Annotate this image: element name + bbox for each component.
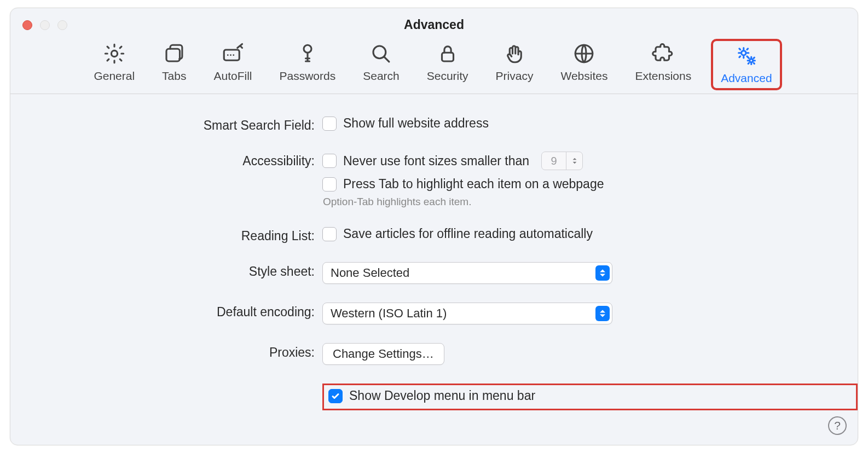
proxies-label: Proxies: [10,343,322,360]
tab-autofill[interactable]: AutoFill [206,39,259,90]
tab-label: AutoFill [213,69,252,83]
svg-point-4 [230,54,232,56]
zoom-window-button[interactable] [57,20,67,30]
svg-point-5 [233,54,235,56]
tab-label: Extensions [635,69,691,83]
tab-privacy[interactable]: Privacy [488,39,541,90]
svg-rect-2 [224,50,240,60]
develop-menu-highlight: Show Develop menu in menu bar [322,384,858,410]
close-window-button[interactable] [22,20,32,30]
window-title: Advanced [10,8,858,32]
svg-point-10 [741,51,745,55]
hand-icon [503,42,526,67]
puzzle-icon [652,42,675,67]
offline-reading-label: Save articles for offline reading automa… [343,226,593,241]
encoding-label: Default encoding: [10,303,322,320]
min-font-value: 9 [542,155,566,167]
show-develop-menu-label: Show Develop menu in menu bar [349,388,535,403]
min-font-checkbox[interactable] [322,154,337,168]
preferences-window: Advanced General Tabs AutoFill Passwords… [10,8,858,445]
stylesheet-value: None Selected [331,266,595,280]
tab-highlight-checkbox[interactable] [322,177,337,191]
tab-security[interactable]: Security [419,39,476,90]
tab-extensions[interactable]: Extensions [627,39,699,90]
show-full-address-checkbox[interactable] [322,117,337,131]
svg-point-6 [304,45,311,53]
stylesheet-label: Style sheet: [10,262,322,279]
stepper-arrows-icon[interactable] [566,152,582,170]
accessibility-hint: Option-Tab highlights each item. [322,196,858,208]
tab-label: Security [427,69,468,83]
tab-search[interactable]: Search [355,39,407,90]
offline-reading-checkbox[interactable] [322,227,337,241]
tab-general[interactable]: General [86,39,142,90]
tab-highlight-label: Press Tab to highlight each item on a we… [343,177,604,191]
tabs-icon [163,42,186,67]
change-proxies-label: Change Settings… [333,347,434,361]
advanced-pane: Smart Search Field: Show full website ad… [10,94,858,410]
tab-label: Advanced [721,72,772,85]
lock-icon [436,42,459,67]
svg-point-0 [111,50,117,56]
gear-icon [103,42,126,67]
key-icon [296,42,319,67]
preferences-toolbar: General Tabs AutoFill Passwords Search S… [10,39,858,94]
show-full-address-label: Show full website address [343,116,489,131]
tab-passwords[interactable]: Passwords [272,39,344,90]
tab-websites[interactable]: Websites [553,39,615,90]
traffic-lights [22,20,67,30]
select-caret-icon [595,265,610,281]
svg-rect-1 [166,49,180,61]
tab-label: Privacy [496,69,534,83]
reading-list-label: Reading List: [10,226,322,243]
search-icon [369,42,392,67]
smart-search-label: Smart Search Field: [10,116,322,133]
encoding-select[interactable]: Western (ISO Latin 1) [322,303,612,324]
show-develop-menu-checkbox[interactable] [328,389,343,403]
tab-label: Websites [560,69,607,83]
gears-icon [735,44,758,69]
encoding-value: Western (ISO Latin 1) [331,306,595,321]
accessibility-label: Accessibility: [10,152,322,169]
tab-label: General [94,69,135,83]
select-caret-icon [595,306,610,321]
tab-label: Search [363,69,400,83]
help-label: ? [834,419,841,432]
change-proxies-button[interactable]: Change Settings… [322,343,444,365]
help-button[interactable]: ? [828,416,847,435]
stylesheet-select[interactable]: None Selected [322,262,612,284]
minimize-window-button[interactable] [40,20,50,30]
tab-label: Passwords [280,69,336,83]
min-font-stepper[interactable]: 9 [541,152,583,170]
tab-label: Tabs [162,69,186,83]
tab-advanced[interactable]: Advanced [711,39,782,90]
tab-tabs[interactable]: Tabs [154,39,194,90]
svg-point-11 [749,59,753,62]
globe-icon [572,42,595,67]
autofill-icon [221,42,244,67]
svg-point-3 [227,54,229,56]
min-font-label: Never use font sizes smaller than [343,154,529,169]
svg-rect-8 [442,53,453,61]
